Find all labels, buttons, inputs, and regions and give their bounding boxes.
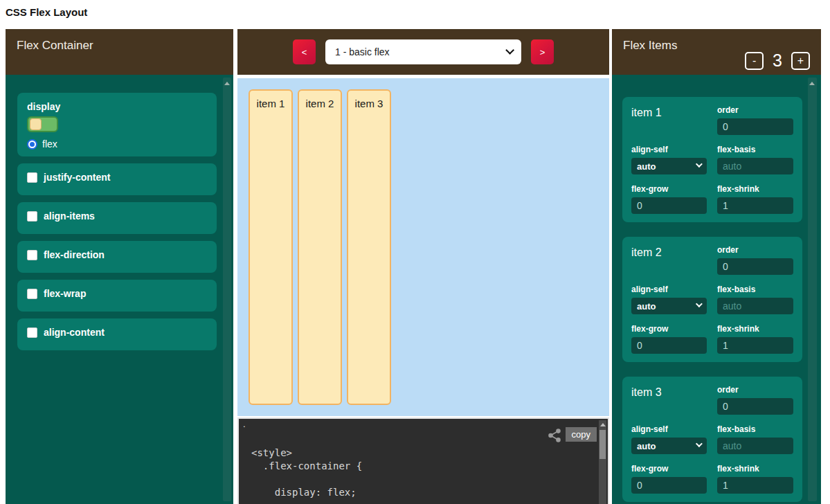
left-panel-scrollbar[interactable] [223,78,231,501]
item-count-stepper: - 3 + [745,51,810,71]
item-3-flex-grow-input[interactable] [631,477,707,494]
code-scrollbar-thumb[interactable] [599,430,606,459]
flex-grow-label: flex-grow [631,324,707,334]
next-example-button[interactable]: > [531,39,554,64]
align-content-label: align-content [44,327,105,338]
align-self-value: auto [637,161,656,172]
share-icon[interactable] [547,428,562,446]
code-panel: . <style> .flex-container { display: fle… [237,417,609,504]
item-1-card: item 1 order align-self auto flex-basis … [622,97,802,222]
item-1-align-self-select[interactable]: auto [631,158,707,174]
scroll-up-icon [809,82,815,85]
item-3-flex-basis-input[interactable] [717,438,793,454]
option-card-align-items: align-items [17,202,217,234]
justify-content-label: justify-content [44,172,110,183]
preview-item-1: item 1 [249,89,293,405]
align-items-label: align-items [44,210,95,222]
scroll-up-icon [600,423,606,426]
flex-radio-label: flex [42,138,57,150]
chevron-down-icon [696,440,703,447]
flex-container-panel: Flex Container display flex justify-cont… [6,29,233,504]
item-1-flex-grow-input[interactable] [631,197,707,214]
item-3-align-self-select[interactable]: auto [631,438,707,454]
corner-dot: . [243,419,246,429]
flex-container-panel-title: Flex Container [6,29,233,75]
item-2-flex-shrink-input[interactable] [717,337,793,354]
flex-wrap-label: flex-wrap [44,288,86,299]
item-3-flex-shrink-input[interactable] [717,477,793,494]
flex-items-panel-title: Flex Items [623,39,677,52]
display-toggle[interactable] [27,116,58,132]
flex-items-panel: Flex Items - 3 + item 1 order align-self… [612,29,821,504]
scroll-up-icon [224,82,230,85]
align-self-label: align-self [631,285,707,294]
flex-wrap-checkbox[interactable] [27,289,37,299]
item-2-align-self-select[interactable]: auto [631,298,707,314]
prev-example-button[interactable]: < [293,39,316,64]
preview-header: < 1 - basic flex > [237,29,609,75]
flex-basis-label: flex-basis [717,424,793,434]
option-card-flex-wrap: flex-wrap [17,280,217,312]
item-2-card: item 2 order align-self auto flex-basis … [622,237,802,362]
chevron-down-icon [505,46,514,55]
flex-direction-checkbox[interactable] [27,250,37,260]
page-title: CSS Flex Layout [6,6,87,18]
example-select-value: 1 - basic flex [335,46,390,57]
justify-content-checkbox[interactable] [27,172,37,183]
item-2-flex-grow-input[interactable] [631,337,707,354]
display-option-card: display flex [17,93,217,156]
code-scrollbar[interactable] [599,420,606,504]
item-2-title: item 2 [631,245,707,275]
align-self-value: auto [637,301,656,312]
flex-grow-label: flex-grow [631,464,707,474]
align-content-checkbox[interactable] [27,327,37,338]
order-label: order [717,385,793,395]
align-items-checkbox[interactable] [27,211,37,222]
item-1-flex-basis-input[interactable] [717,158,793,174]
flex-shrink-label: flex-shrink [717,464,793,474]
preview-item-3: item 3 [347,89,391,405]
item-3-card: item 3 order align-self auto flex-basis … [622,377,802,502]
code-text: <style> .flex-container { display: flex; [251,447,362,499]
preview-item-2: item 2 [298,89,342,405]
option-card-justify-content: justify-content [17,163,217,195]
flex-items-panel-header: Flex Items - 3 + [612,29,821,75]
order-label: order [717,105,793,115]
item-2-flex-basis-input[interactable] [717,298,793,314]
flex-preview-container: item 1 item 2 item 3 [237,78,609,416]
remove-item-button[interactable]: - [745,52,764,70]
item-1-order-input[interactable] [717,118,793,135]
flex-items-list: item 1 order align-self auto flex-basis … [612,75,821,504]
flex-radio[interactable] [27,139,37,150]
chevron-down-icon [696,300,703,307]
toggle-knob [30,118,42,130]
order-label: order [717,245,793,255]
chevron-down-icon [696,161,703,168]
item-3-order-input[interactable] [717,398,793,415]
copy-button[interactable]: copy [566,427,597,442]
item-1-title: item 1 [631,105,707,135]
right-panel-scrollbar[interactable] [808,78,817,501]
item-count: 3 [773,51,782,71]
example-select[interactable]: 1 - basic flex [325,39,521,64]
item-3-title: item 3 [631,385,707,415]
flex-basis-label: flex-basis [717,145,793,154]
flex-direction-label: flex-direction [44,249,105,260]
display-label: display [27,101,207,112]
flex-basis-label: flex-basis [717,285,793,294]
flex-shrink-label: flex-shrink [717,324,793,334]
flex-shrink-label: flex-shrink [717,184,793,194]
align-self-label: align-self [631,145,707,154]
flex-grow-label: flex-grow [631,184,707,194]
align-self-label: align-self [631,424,707,434]
option-card-align-content: align-content [17,318,217,350]
option-card-flex-direction: flex-direction [17,241,217,273]
flex-container-options: display flex justify-content align-items… [6,75,233,504]
add-item-button[interactable]: + [791,52,810,70]
align-self-value: auto [637,441,656,451]
item-1-flex-shrink-input[interactable] [717,197,793,214]
item-2-order-input[interactable] [717,258,793,275]
